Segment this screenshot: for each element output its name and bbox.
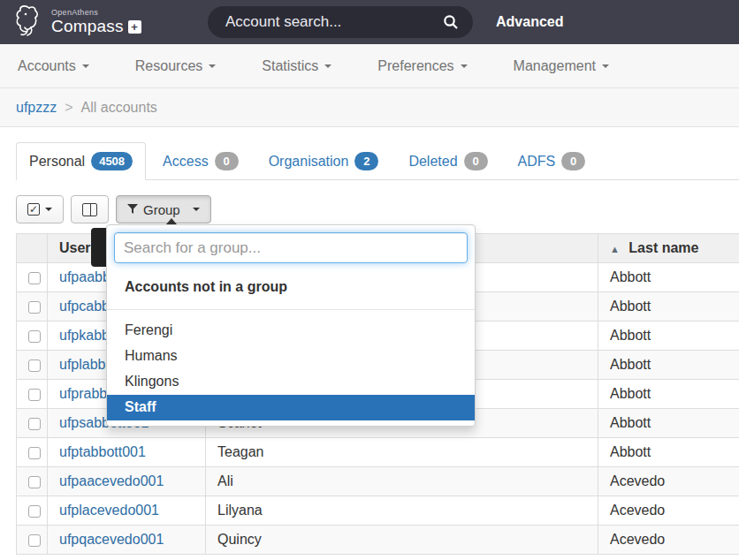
account-search-box (208, 6, 473, 38)
brand-compass-label: Compass (51, 17, 124, 36)
chevron-down-icon (602, 64, 609, 68)
tab-personal-count-badge: 4508 (91, 152, 133, 170)
nav-item-resources[interactable]: Resources (135, 58, 216, 74)
group-filter-button[interactable]: Group (116, 195, 211, 223)
last-name-cell: Acevedo (598, 526, 739, 555)
brand-text: OpenAthens Compass + (51, 8, 141, 36)
first-name-cell: Lilyana (206, 496, 598, 526)
chevron-down-icon (209, 64, 216, 68)
row-checkbox[interactable] (28, 301, 41, 314)
checkbox-check-icon: ✓ (27, 203, 40, 216)
last-name-cell: Acevedo (598, 467, 739, 496)
last-name-cell: Abbott (598, 409, 739, 438)
row-checkbox[interactable] (28, 330, 41, 343)
tab-organisation[interactable]: Organisation 2 (255, 142, 392, 180)
group-search-input[interactable] (114, 232, 468, 263)
columns-button[interactable] (71, 195, 109, 223)
table-row: ufptabbott001 Teagan Abbott (17, 438, 739, 467)
group-filter-dropdown: Accounts not in a group Ferengi Humans K… (106, 224, 476, 427)
group-option-staff[interactable]: Staff (107, 395, 475, 420)
brand-logo[interactable]: OpenAthens Compass + (14, 4, 141, 41)
group-option-humans[interactable]: Humans (107, 344, 475, 369)
tab-deleted-count-badge: 0 (464, 152, 488, 170)
chevron-down-icon (82, 64, 89, 68)
nav-item-preferences[interactable]: Preferences (377, 58, 467, 74)
tab-organisation-count-badge: 2 (354, 152, 378, 170)
chevron-down-icon (324, 64, 331, 68)
accounts-not-in-group-option[interactable]: Accounts not in a group (107, 270, 475, 305)
advanced-search-link[interactable]: Advanced (496, 0, 563, 44)
page: OpenAthens Compass + Advanced Accounts R… (0, 0, 739, 560)
plus-box-icon: + (128, 20, 141, 34)
account-type-tabs: Personal 4508 Access 0 Organisation 2 De… (16, 142, 739, 180)
breadcrumb-org-link[interactable]: ufpzzz (16, 100, 57, 116)
columns-icon (82, 203, 97, 216)
row-checkbox[interactable] (28, 272, 41, 284)
last-name-cell: Abbott (598, 438, 739, 467)
last-name-cell: Abbott (598, 322, 739, 351)
last-name-column-header[interactable]: ▲ Last name (598, 234, 739, 263)
filter-funnel-icon (127, 204, 138, 215)
username-link[interactable]: ufpaacevedo001 (59, 473, 164, 488)
main-nav: Accounts Resources Statistics Preference… (0, 44, 739, 88)
breadcrumb-current-page: All accounts (81, 100, 157, 116)
table-row: ufplacevedo001 Lilyana Acevedo (17, 496, 739, 526)
chevron-down-icon (461, 64, 468, 68)
dropdown-divider (107, 309, 475, 310)
account-search-input[interactable] (208, 13, 443, 31)
last-name-cell: Abbott (598, 292, 739, 322)
tab-adfs[interactable]: ADFS 0 (505, 142, 599, 180)
select-accounts-button[interactable]: ✓ (16, 195, 64, 223)
group-option-klingons[interactable]: Klingons (107, 369, 475, 395)
openathens-owl-icon (14, 4, 44, 41)
select-all-header (17, 234, 48, 263)
username-link[interactable]: ufplacevedo001 (59, 503, 159, 518)
tooltip-arrow-icon (166, 218, 177, 224)
nav-item-management[interactable]: Management (514, 58, 609, 74)
row-checkbox[interactable] (28, 505, 41, 518)
first-name-cell: Quincy (206, 526, 598, 555)
row-checkbox[interactable] (28, 447, 41, 459)
tab-deleted[interactable]: Deleted 0 (395, 142, 500, 180)
username-link[interactable]: ufptabbott001 (59, 444, 146, 459)
brand-openathens-label: OpenAthens (51, 8, 141, 17)
first-name-cell: Teagan (206, 438, 598, 467)
row-checkbox[interactable] (28, 476, 41, 488)
row-checkbox[interactable] (28, 534, 41, 547)
last-name-cell: Abbott (598, 380, 739, 409)
nav-item-accounts[interactable]: Accounts (18, 58, 89, 74)
last-name-cell: Abbott (598, 351, 739, 380)
username-link[interactable]: ufpqacevedo001 (59, 532, 164, 547)
tab-access-count-badge: 0 (215, 152, 239, 170)
table-row: ufpaacevedo001 Ali Acevedo (17, 467, 739, 496)
tab-adfs-count-badge: 0 (561, 152, 585, 170)
last-name-cell: Acevedo (598, 496, 739, 526)
nav-item-statistics[interactable]: Statistics (262, 58, 331, 74)
row-checkbox[interactable] (28, 359, 41, 372)
sort-ascending-icon: ▲ (610, 244, 620, 254)
table-toolbar: ✓ Group (16, 195, 739, 223)
tab-personal[interactable]: Personal 4508 (16, 142, 146, 180)
chevron-down-icon (45, 208, 52, 211)
chevron-down-icon (193, 208, 200, 211)
row-checkbox[interactable] (28, 418, 41, 430)
row-checkbox[interactable] (28, 389, 41, 401)
tab-access[interactable]: Access 0 (149, 142, 252, 180)
breadcrumb-separator: > (65, 100, 72, 116)
table-row: ufpqacevedo001 Quincy Acevedo (17, 526, 739, 555)
breadcrumb: ufpzzz > All accounts (0, 88, 739, 127)
top-bar: OpenAthens Compass + Advanced (0, 0, 739, 44)
search-icon[interactable] (443, 14, 459, 30)
first-name-cell: Ali (206, 467, 598, 496)
group-option-ferengi[interactable]: Ferengi (107, 318, 475, 344)
last-name-cell: Abbott (598, 263, 739, 292)
